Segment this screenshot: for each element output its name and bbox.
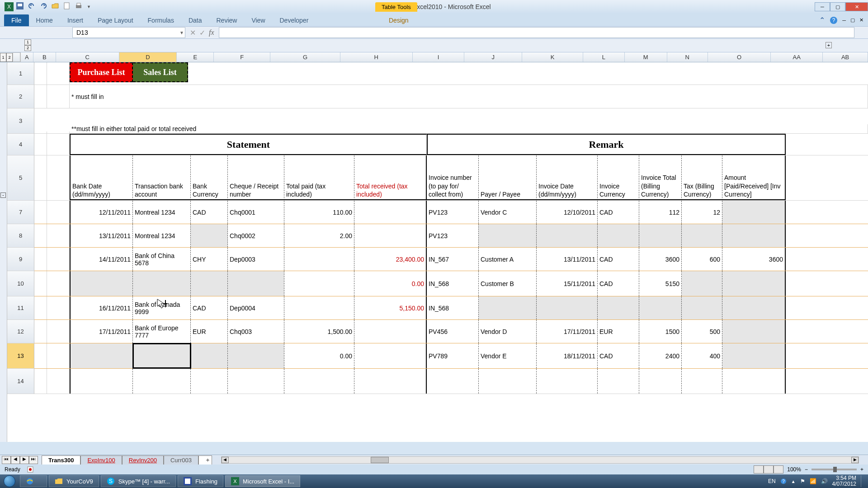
cell-acc[interactable]: Bank of China 5678 [133, 248, 191, 271]
cell-curr[interactable]: EUR [191, 320, 228, 343]
cell[interactable] [34, 155, 47, 200]
cell-curr[interactable] [191, 343, 228, 368]
cell-itotal[interactable]: 3600 [639, 248, 682, 271]
section-remark[interactable]: Remark [427, 134, 786, 155]
section-statement[interactable]: Statement [70, 134, 427, 155]
cell-idate[interactable]: 15/11/2011 [537, 271, 598, 296]
cell[interactable] [34, 296, 47, 319]
name-box[interactable]: D13 ▼ [72, 27, 185, 38]
cell-chq[interactable]: Chq0002 [228, 224, 284, 247]
row-header-3[interactable]: 3 [7, 108, 34, 134]
cell-paid[interactable]: 0.00 [284, 343, 354, 368]
cell-amt[interactable] [722, 343, 786, 368]
cell-recv[interactable]: 23,400.00 [354, 248, 427, 271]
cell-amt[interactable] [722, 201, 786, 224]
cell[interactable] [598, 369, 639, 394]
col-header-D[interactable]: D [119, 52, 177, 62]
sheet-tab-curr003[interactable]: Curr003 [164, 455, 198, 465]
tab-page-layout[interactable]: Page Layout [90, 14, 141, 26]
hdr-inv-total[interactable]: Invoice Total (Billing Currency) [639, 155, 682, 200]
cell[interactable] [34, 271, 47, 296]
network-icon[interactable]: 📶 [810, 478, 816, 484]
cell-acc[interactable]: Bank of Europe 7777 [133, 320, 191, 343]
cell[interactable] [47, 369, 70, 394]
purchase-list-button[interactable]: Purchase List [70, 62, 133, 82]
cell[interactable] [34, 62, 47, 84]
sheet-tab-trans300[interactable]: Trans300 [42, 455, 80, 465]
cell-amt[interactable] [722, 271, 786, 296]
cell-paid[interactable]: 2.00 [284, 224, 354, 247]
formula-input[interactable] [219, 27, 854, 38]
cell[interactable] [47, 224, 70, 247]
task-flashing[interactable]: Flashing [178, 475, 223, 487]
ribbon-minimize-icon[interactable]: ⌃ [819, 16, 825, 24]
col-header-N[interactable]: N [667, 52, 708, 62]
hdr-inv-date[interactable]: Invoice Date (dd/mm/yyyy) [537, 155, 598, 200]
cell-paid[interactable] [284, 271, 354, 296]
tab-file[interactable]: File [4, 14, 29, 26]
row-header-4[interactable]: 4 [7, 134, 34, 155]
tab-developer[interactable]: Developer [273, 14, 316, 26]
cell[interactable] [47, 320, 70, 343]
row-header-11[interactable]: 11 [7, 296, 34, 320]
cell-inv[interactable]: IN_568 [427, 296, 479, 319]
cell-recv[interactable]: 0.00 [354, 271, 427, 296]
help-icon[interactable]: ? [830, 16, 838, 24]
view-page-layout-button[interactable] [764, 465, 774, 474]
cell-inv[interactable]: PV123 [427, 201, 479, 224]
zoom-slider[interactable] [811, 469, 857, 470]
col-header-C[interactable]: C [56, 52, 119, 62]
cell-tax[interactable]: 600 [682, 248, 722, 271]
cell-payee[interactable]: Vendor D [479, 320, 537, 343]
cell-recv[interactable] [354, 224, 427, 247]
hdr-trans-acc[interactable]: Transaction bank account [133, 155, 191, 200]
minimize-button[interactable]: ─ [815, 2, 830, 11]
undo-icon[interactable] [28, 2, 37, 11]
cell-icurr[interactable] [598, 296, 639, 319]
zoom-in-icon[interactable]: + [860, 466, 863, 473]
hdr-payer[interactable]: Payer / Payee [479, 155, 537, 200]
task-explorer[interactable]: YourCoV9 [49, 475, 99, 487]
cell-date[interactable] [70, 343, 133, 368]
cell-paid[interactable] [284, 248, 354, 271]
qat-dropdown-icon[interactable]: ▼ [87, 5, 91, 9]
cell-paid[interactable]: 1,500.00 [284, 320, 354, 343]
cell-recv[interactable] [354, 320, 427, 343]
select-all-corner[interactable]: 1 2 [0, 52, 21, 62]
col-header-J[interactable]: J [464, 52, 522, 62]
row-header-5[interactable]: 5 [7, 155, 34, 201]
cell[interactable] [70, 369, 133, 394]
cell[interactable] [47, 134, 70, 155]
volume-icon[interactable]: 🔊 [821, 478, 828, 484]
hdr-inv-curr[interactable]: Invoice Currency [598, 155, 639, 200]
task-excel[interactable]: X Microsoft Excel - I... [225, 475, 300, 487]
row-header-10[interactable]: 10 [7, 271, 34, 296]
cell-payee[interactable]: Vendor E [479, 343, 537, 368]
tab-design[interactable]: Design [382, 14, 416, 26]
cell[interactable] [34, 85, 47, 108]
col-header-L[interactable]: L [583, 52, 625, 62]
row-header-8[interactable]: 8 [7, 224, 34, 248]
cell[interactable] [34, 369, 47, 394]
cell[interactable] [639, 369, 682, 394]
cell-curr[interactable] [191, 224, 228, 247]
cell-chq[interactable] [228, 271, 284, 296]
name-box-dropdown-icon[interactable]: ▼ [179, 30, 184, 35]
sheet-tab-revinv200[interactable]: RevInv200 [122, 455, 164, 465]
cell-payee[interactable]: Customer B [479, 271, 537, 296]
col-header-AB[interactable]: AB [823, 52, 868, 62]
cell-payee[interactable] [479, 296, 537, 319]
cell-inv[interactable]: PV789 [427, 343, 479, 368]
cell-icurr[interactable]: CAD [598, 271, 639, 296]
tray-expand-icon[interactable]: ▲ [791, 479, 796, 484]
outline-level-2[interactable]: 2 [24, 45, 31, 51]
workbook-close-icon[interactable]: ✕ [859, 17, 863, 23]
hdr-inv-num[interactable]: Invoice number (to pay for/ collect from… [427, 155, 479, 200]
cell-acc[interactable] [133, 271, 191, 296]
row-header-9[interactable]: 9 [7, 248, 34, 271]
cell-tax[interactable]: 500 [682, 320, 722, 343]
cell-amt[interactable] [722, 296, 786, 319]
col-header-M[interactable]: M [625, 52, 667, 62]
row-header-2[interactable]: 2 [7, 85, 34, 108]
zoom-level[interactable]: 100% [787, 466, 801, 473]
